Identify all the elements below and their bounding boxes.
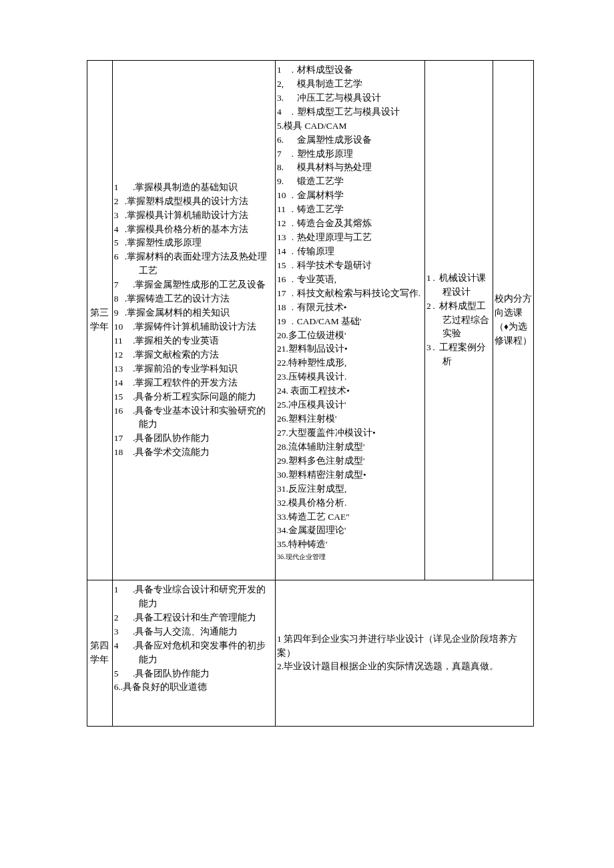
list-item: 27.大型覆盖件冲模设计•: [277, 426, 423, 440]
list-item: 8.模具材料与热处理: [277, 161, 423, 175]
practice-cell: 1.机械设计课程设计 2. 材料成型工艺过程综合实验 3.工程案例分析: [425, 61, 493, 580]
list-item: 32.模具价格分析.: [277, 496, 423, 510]
list-item: 33.铸造工艺 CAE": [277, 510, 423, 524]
list-item: 14.传输原理: [277, 245, 423, 259]
course-text: 模具制造工艺学: [297, 79, 362, 89]
course-text: 传输原理: [297, 246, 334, 256]
practice-text: 材料成型工艺过程综合实验: [439, 301, 489, 339]
year-label: 第三学年: [90, 308, 109, 332]
course-text: 冲压模具设计': [288, 400, 346, 410]
curriculum-table: 第三学年 1.掌握模具制造的基础知识 2.掌握塑料成型模具的设计方法 3.掌握模…: [87, 60, 534, 727]
list-item: 2,模具制造工艺学: [277, 77, 423, 91]
list-item: 17.科技文献检索与科技论文写作.: [277, 287, 423, 301]
course-text: 材料成型设备: [297, 65, 353, 75]
list-item: 2. 材料成型工艺过程综合实验: [426, 300, 491, 342]
list-item: 1.掌握模具制造的基础知识: [114, 181, 274, 195]
course-text: 现代企业管理: [286, 553, 326, 560]
course-text: CAD/CAM 基础': [297, 316, 362, 326]
list-item: 11.掌握相关的专业英语: [114, 334, 274, 348]
ability-text: .具备应对危机和突发事件的初步能力: [133, 640, 266, 665]
list-item: 1.机械设计课程设计: [426, 272, 491, 300]
practice-text: 机械设计课程设计: [439, 273, 486, 297]
ability-text: .掌握模具制造的基础知识: [133, 182, 238, 192]
ability-text: .具备与人交流、沟通能力: [133, 626, 238, 636]
ability-text: .具备工程设计和生产管理能力: [133, 612, 256, 622]
list-item: 3.冲压工艺与模具设计: [277, 91, 423, 105]
list-item: 25.冲压模具设计': [277, 398, 423, 412]
course-text: 特种铸造': [288, 539, 327, 549]
course-text: 模具 CAD/CAM: [284, 121, 346, 131]
list-item: 28.流体辅助注射成型': [277, 440, 423, 454]
list-item: 4.具备应对危机和突发事件的初步能力: [114, 639, 274, 667]
ability-cell: 1.掌握模具制造的基础知识 2.掌握塑料成型模具的设计方法 3.掌握模具计算机辅…: [112, 61, 275, 580]
table-row: 第四学年 1.具备专业综合设计和研究开发的能力 2.具备工程设计和生产管理能力 …: [87, 580, 534, 727]
ability-text: .掌握材料的表面处理方法及热处理工艺: [125, 252, 267, 276]
course-text: 塑性成形原理: [297, 149, 353, 159]
list-item: 11.铸造工艺学: [277, 203, 423, 217]
ability-text: .掌握模具计算机辅助设计方法: [125, 210, 248, 220]
list-item: 10.掌握铸件计算机辅助设计方法: [114, 320, 274, 334]
course-text: 塑料成型工艺与模具设计: [297, 107, 400, 117]
list-item: 26.塑料注射模': [277, 412, 423, 426]
list-item: 3.具备与人交流、沟通能力: [114, 625, 274, 639]
list-item: 9.掌握金属材料的相关知识: [114, 306, 274, 320]
course-text: 锻造工艺学: [297, 176, 344, 186]
ability-text: .掌握文献检索的方法: [133, 350, 219, 360]
list-item: 4.塑料成型工艺与模具设计: [277, 105, 423, 119]
course-cell: 1.材料成型设备 2,模具制造工艺学 3.冲压工艺与模具设计 4.塑料成型工艺与…: [276, 61, 425, 580]
list-item: 30.塑料精密注射成型•: [277, 468, 423, 482]
list-item: 7.塑性成形原理: [277, 147, 423, 161]
note-cell: 校内分方向选课 （♦为选修课程）: [493, 61, 533, 580]
list-item: 16.专业英语,: [277, 273, 423, 287]
list-item: 13.热处理原理与工艺: [277, 231, 423, 245]
course-text: 金属凝固理论': [288, 525, 346, 535]
course-text: 模具材料与热处理: [297, 162, 372, 172]
ability-text: .掌握铸造工艺的设计方法: [125, 294, 230, 304]
list-item: 14.掌握工程软件的开发方法: [114, 376, 274, 390]
list-item: 5.模具 CAD/CAM: [277, 119, 423, 133]
list-item: 9.锻造工艺学: [277, 175, 423, 189]
list-item: 5.掌握塑性成形原理: [114, 236, 274, 250]
ability-text: .掌握铸件计算机辅助设计方法: [133, 322, 256, 332]
course-text: 塑料制品设计•: [288, 344, 348, 354]
ability-text: .具备分析工程实际问题的能力: [133, 392, 256, 402]
list-item: 31.反应注射成型,: [277, 482, 423, 496]
ability-text: .具备团队协作能力: [133, 433, 210, 443]
list-item: 6.金属塑性成形设备: [277, 133, 423, 147]
year-cell: 第三学年: [87, 61, 113, 580]
list-item: 4.掌握模具价格分析的基本方法: [114, 223, 274, 237]
ability-text: .具备专业综合设计和研究开发的能力: [133, 584, 266, 608]
list-item: 34.金属凝固理论': [277, 524, 423, 538]
list-item: 36.现代企业管理: [277, 552, 423, 562]
list-item: 12.掌握文献检索的方法: [114, 348, 274, 362]
merged-text: 2.毕业设计题目根据企业的实际情况选题，真题真做。: [277, 660, 532, 674]
course-text: 模具价格分析.: [288, 498, 346, 508]
merged-cell: 1 第四年到企业实习并进行毕业设计（详见企业阶段培养方案） 2.毕业设计题目根据…: [276, 580, 534, 727]
course-text: 大型覆盖件冲模设计•: [288, 428, 376, 438]
ability-text: .具备专业基本设计和实验研究的能力: [133, 406, 266, 430]
list-item: 8.掌握铸造工艺的设计方法: [114, 292, 274, 306]
course-text: 多工位级进模': [288, 330, 346, 340]
ability-text: .具备良好的职业道德: [121, 682, 207, 692]
course-text: 专业英语,: [297, 274, 336, 284]
year-label: 第四学年: [90, 640, 109, 665]
course-text: 铸造合金及其熔炼: [297, 218, 372, 228]
list-item: 19.CAD/CAM 基础': [277, 315, 423, 329]
course-text: 铸造工艺 CAE": [288, 512, 350, 522]
year-cell: 第四学年: [87, 580, 113, 727]
list-item: 20.多工位级进模': [277, 329, 423, 343]
course-text: 塑料精密注射成型•: [288, 470, 366, 480]
list-item: 24. 表面工程技术•: [277, 384, 423, 398]
course-text: 特种塑性成形,: [288, 358, 346, 368]
course-text: 科学技术专题研讨: [297, 260, 372, 270]
ability-text: .掌握工程软件的开发方法: [133, 378, 238, 388]
course-text: 压铸模具设计.: [288, 372, 346, 382]
ability-list: 1.掌握模具制造的基础知识 2.掌握塑料成型模具的设计方法 3.掌握模具计算机辅…: [114, 181, 274, 460]
note-text: 校内分方向选课 （♦为选修课程）: [495, 292, 532, 348]
course-text: 塑料多色注射成型': [288, 456, 364, 466]
course-text: 热处理原理与工艺: [297, 232, 372, 242]
ability-text: .掌握模具价格分析的基本方法: [125, 224, 248, 234]
list-item: 1.具备专业综合设计和研究开发的能力: [114, 583, 274, 611]
list-item: 6.掌握材料的表面处理方法及热处理工艺: [114, 250, 274, 278]
ability-text: .具备团队协作能力: [133, 669, 210, 679]
